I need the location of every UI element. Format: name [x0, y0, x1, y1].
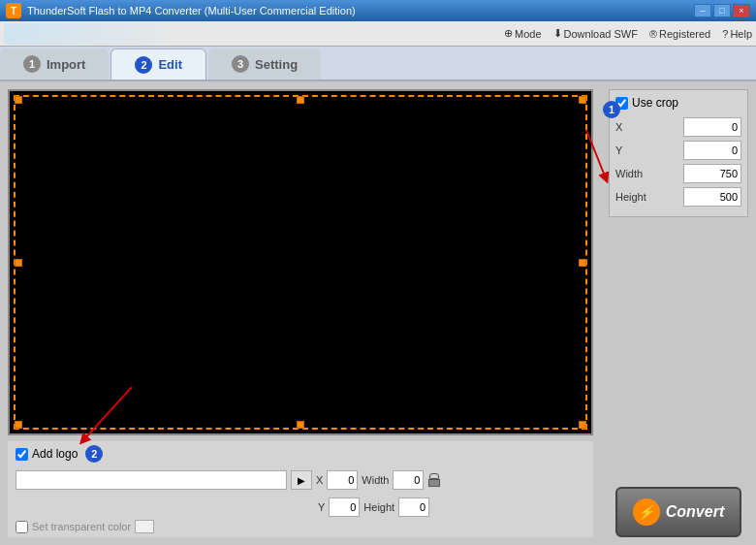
color-picker[interactable]: [135, 520, 154, 533]
logo-y-label: Y: [318, 501, 325, 513]
convert-label: Convert: [666, 503, 724, 521]
handle-top-center[interactable]: [297, 96, 304, 104]
crop-width-label: Width: [615, 168, 654, 179]
close-button[interactable]: ×: [733, 4, 750, 17]
handle-bottom-center[interactable]: [297, 421, 304, 429]
add-logo-row: Add logo 2: [16, 445, 585, 463]
add-logo-checkbox[interactable]: [16, 448, 28, 461]
convert-button[interactable]: ⚡ Convert: [615, 487, 741, 537]
menu-mode[interactable]: ⊕ Mode: [504, 27, 542, 40]
handle-top-left[interactable]: [15, 96, 22, 104]
logo-file-input[interactable]: [16, 470, 287, 490]
tab-edit-num: 2: [135, 56, 152, 74]
minimize-button[interactable]: –: [694, 4, 711, 17]
tab-edit[interactable]: 2 Edit: [110, 48, 206, 80]
right-panel: Use crop X Y Width Height ⚡ Co: [601, 81, 756, 545]
crop-height-row: Height: [615, 187, 741, 207]
preview-panel: 1 Add logo 2: [0, 81, 601, 545]
crop-height-label: Height: [615, 191, 654, 203]
handle-bottom-right[interactable]: [579, 421, 586, 429]
logo-width-input[interactable]: [393, 470, 424, 490]
menu-help[interactable]: ? Help: [722, 28, 752, 40]
logo-x-label: X: [316, 474, 323, 486]
add-logo-label: Add logo: [32, 447, 78, 461]
mode-icon: ⊕: [504, 27, 513, 40]
convert-icon: ⚡: [633, 498, 660, 526]
window-title: ThunderSoft Flash to MP4 Converter (Mult…: [27, 5, 356, 16]
lock-icon: [427, 465, 441, 495]
crop-y-label: Y: [615, 144, 654, 156]
transparent-row: Set transparent color: [16, 520, 585, 533]
badge-1: 1: [603, 101, 620, 118]
tab-edit-label: Edit: [158, 57, 182, 72]
crop-width-input[interactable]: [683, 164, 741, 183]
main-content: 1 Add logo 2: [0, 81, 756, 545]
tab-import[interactable]: 1 Import: [0, 48, 109, 80]
logo-width-label: Width: [362, 474, 389, 486]
tab-setting-label: Setting: [255, 57, 298, 72]
title-bar: T ThunderSoft Flash to MP4 Converter (Mu…: [0, 0, 756, 21]
badge-1-circle: 1: [603, 101, 620, 118]
logo-x-input[interactable]: [327, 470, 358, 490]
crop-selection-border: [14, 95, 587, 430]
crop-section: Use crop X Y Width Height: [609, 89, 748, 217]
handle-top-right[interactable]: [579, 96, 586, 104]
menu-registered[interactable]: ® Registered: [649, 28, 710, 40]
tab-setting[interactable]: 3 Setting: [208, 48, 321, 80]
registered-icon: ®: [649, 28, 657, 40]
browse-button[interactable]: ▶: [291, 470, 312, 490]
logo-y-input[interactable]: [329, 497, 360, 517]
convert-section: ⚡ Convert: [609, 223, 748, 537]
maximize-button[interactable]: □: [713, 4, 731, 17]
logo-input-row: ▶ X Width: [16, 465, 585, 495]
logo-height-input[interactable]: [398, 497, 429, 517]
transparent-label: Set transparent color: [32, 521, 131, 532]
handle-bottom-left[interactable]: [15, 421, 22, 429]
logo-height-label: Height: [363, 501, 394, 513]
badge-2-circle: 2: [85, 445, 103, 463]
window-controls: – □ ×: [694, 4, 750, 17]
crop-title-row: Use crop: [615, 96, 741, 110]
crop-x-row: X: [615, 117, 741, 137]
tab-import-num: 1: [23, 55, 41, 73]
crop-y-input[interactable]: [683, 141, 741, 160]
crop-x-input[interactable]: [683, 117, 741, 137]
logo-y-height-row: Y Height: [16, 497, 585, 517]
help-icon: ?: [722, 28, 728, 40]
menu-download[interactable]: ⬇ Download SWF: [553, 27, 638, 40]
crop-x-label: X: [615, 121, 654, 133]
app-icon: T: [6, 3, 21, 18]
menu-bar: ⊕ Mode ⬇ Download SWF ® Registered ? Hel…: [0, 21, 756, 47]
crop-height-input[interactable]: [683, 187, 741, 207]
tab-import-label: Import: [47, 57, 85, 72]
tab-setting-num: 3: [232, 55, 249, 73]
watermark: [4, 23, 178, 45]
handle-middle-left[interactable]: [15, 259, 22, 267]
transparent-checkbox[interactable]: [16, 521, 28, 533]
crop-y-row: Y: [615, 141, 741, 160]
download-icon: ⬇: [553, 27, 562, 40]
tabs-bar: 1 Import 2 Edit 3 Setting: [0, 47, 756, 81]
video-preview: 1: [8, 89, 593, 435]
use-crop-label: Use crop: [632, 96, 678, 110]
crop-width-row: Width: [615, 164, 741, 183]
handle-middle-right[interactable]: [579, 259, 586, 267]
bottom-controls: Add logo 2 ▶ X W: [8, 441, 593, 537]
